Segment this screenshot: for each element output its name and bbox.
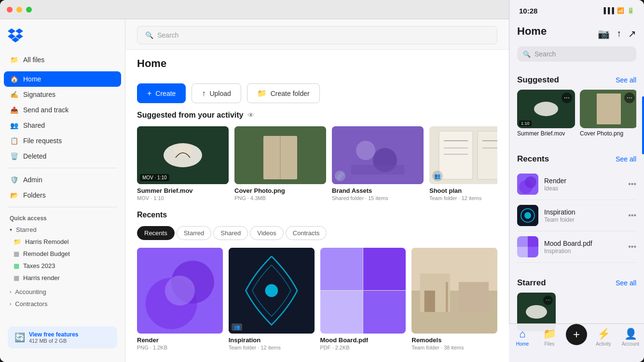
mobile-time: 10:28 <box>519 7 537 15</box>
tab-videos[interactable]: Videos <box>250 226 284 240</box>
suggested-item-cover-photo[interactable]: Cover Photo.png PNG · 4.3MB <box>234 126 326 201</box>
mobile-more-icon-2[interactable]: ⋯ <box>624 93 635 103</box>
sidebar-divider <box>8 168 117 168</box>
starred-item-harris-render[interactable]: ▦ Harris render <box>4 272 121 284</box>
mobile-header-actions: 📷 ↑ ↗ <box>598 28 636 40</box>
mobile-suggested-see-all[interactable]: See all <box>616 76 636 84</box>
suggested-item-shoot-plan[interactable]: 👥 Shoot plan Team folder · 12 items <box>429 126 497 201</box>
sidebar-item-signatures[interactable]: ✍️ Signatures <box>4 87 121 102</box>
suggested-item-brand-assets[interactable]: 🔗 Brand Assets Shared folder · 15 items <box>332 126 424 201</box>
mobile-recent-render[interactable]: Render Ideas ••• <box>517 169 636 200</box>
mobile-recent-meta-2: Team folder <box>544 216 622 223</box>
dropbox-logo <box>0 27 125 52</box>
mobile-starred-see-all[interactable]: See all <box>616 279 636 287</box>
mobile-tab-activity[interactable]: ⚡ Activity <box>590 328 617 347</box>
quick-access-title: Quick access <box>0 211 125 224</box>
svg-point-43 <box>525 176 536 188</box>
sidebar-item-folders[interactable]: 📂 Folders <box>4 188 121 203</box>
home-tab-icon: ⌂ <box>519 328 525 340</box>
sidebar-item-all-files[interactable]: 📁 All files <box>4 52 121 67</box>
free-features-card[interactable]: 🔄 View free features 412 MB of 2 GB <box>8 326 117 349</box>
mobile-tab-plus[interactable]: + <box>563 328 590 345</box>
svg-point-25 <box>165 276 195 306</box>
mobile-search-bar[interactable]: 🔍 Search <box>517 46 636 62</box>
recent-item-mood-board[interactable]: Mood Board.pdf PDF · 2.2KB <box>320 248 406 350</box>
recent-item-inspiration[interactable]: 👥 Inspiration Team folder · 12 items <box>229 248 315 350</box>
maximize-button[interactable] <box>26 7 32 13</box>
mobile-sug-item-cover[interactable]: ⋯ Cover Photo.png <box>580 90 636 137</box>
search-bar[interactable]: 🔍 Search <box>137 26 497 44</box>
recent-item-render[interactable]: Render PNG · 1.2KB <box>137 248 223 350</box>
mobile-tab-files[interactable]: 📁 Files <box>536 328 563 347</box>
main-content: 🔍 Search Home + Create ↑ Uplo <box>125 19 509 362</box>
svg-rect-32 <box>425 291 435 312</box>
suggested-item-name-2: Cover Photo.png <box>234 187 326 194</box>
sidebar-item-file-requests[interactable]: 📋 File requests <box>4 133 121 148</box>
mobile-recent-more[interactable]: ••• <box>628 180 636 188</box>
inspiration-thumbnail <box>229 248 315 334</box>
tab-contracts[interactable]: Contracts <box>286 226 327 240</box>
minimize-button[interactable] <box>16 7 22 13</box>
starred-collapsible[interactable]: ▾ Starred <box>4 224 121 236</box>
sidebar-item-home[interactable]: 🏠 Home <box>4 71 121 87</box>
mobile-recent-meta-3: Inspiration <box>544 248 622 255</box>
mobile-recent-more-3[interactable]: ••• <box>628 242 636 251</box>
mobile-recents-see-all[interactable]: See all <box>616 155 636 163</box>
recents-grid: Render PNG · 1.2KB <box>137 248 497 350</box>
mobile-tab-home[interactable]: ⌂ Home <box>509 328 536 347</box>
folder-plus-icon: 📁 <box>257 89 267 98</box>
accounting-collapsible[interactable]: › Accounting <box>4 286 121 298</box>
share-icon[interactable]: ↗ <box>628 28 636 40</box>
suggested-item-meta-2: PNG · 4.3MB <box>234 195 326 201</box>
mobile-render-thumb <box>517 174 538 195</box>
contractors-collapsible[interactable]: › Contractors <box>4 298 121 310</box>
mobile-recent-mood-board[interactable]: Mood Board.pdf Inspiration ••• <box>517 231 636 263</box>
folder-green-icon: ▦ <box>14 262 19 269</box>
starred-item-remodel-budget[interactable]: ▦ Remodel Budget <box>4 248 121 260</box>
mobile-tab-account[interactable]: 👤 Account <box>617 328 644 347</box>
sidebar-item-deleted[interactable]: 🗑️ Deleted <box>4 148 121 164</box>
close-button[interactable] <box>7 7 13 13</box>
suggested-item-name: Summer Brief.mov <box>137 187 229 194</box>
mobile-search-placeholder: Search <box>534 50 556 58</box>
mobile-sug-item-summer[interactable]: 1:10 ⋯ Summer Brief.mov <box>517 90 575 137</box>
mobile-recent-inspiration[interactable]: Inspiration Team folder ••• <box>517 200 636 231</box>
suggested-title: Suggested from your activity <box>137 111 244 120</box>
wifi-icon: 📶 <box>617 7 624 14</box>
suggested-item-name-3: Brand Assets <box>332 187 424 194</box>
create-folder-button[interactable]: 📁 Create folder <box>247 83 320 103</box>
suggested-item-summer-brief[interactable]: MOV · 1:10 Summer Brief.mov MOV · 1:10 <box>137 126 229 201</box>
folder-blue-icon: 📁 <box>14 238 21 245</box>
mobile-inspiration-thumb <box>517 205 538 226</box>
eye-icon[interactable]: 👁 <box>247 111 254 119</box>
mobile-header: Home 📷 ↑ ↗ 🔍 Search <box>509 21 644 67</box>
starred-item-more[interactable]: ⋯ <box>543 295 553 305</box>
plus-button[interactable]: + <box>566 324 587 345</box>
upload-button[interactable]: ↑ Upload <box>192 83 241 103</box>
video-duration-badge: MOV · 1:10 <box>140 174 169 181</box>
tab-starred[interactable]: Starred <box>177 226 212 240</box>
sidebar-item-shared[interactable]: 👥 Shared <box>4 118 121 133</box>
tab-recents[interactable]: Recents <box>137 226 175 240</box>
mobile-content: Suggested See all 1:10 ⋯ <box>509 67 644 362</box>
sidebar-item-admin[interactable]: 🛡️ Admin <box>4 172 121 188</box>
team-folder-icon: 👥 <box>432 171 443 181</box>
sidebar-item-send-track[interactable]: 📤 Send and track <box>4 102 121 118</box>
create-button[interactable]: + Create <box>137 83 186 103</box>
recent-item-meta-4: Team folder · 38 items <box>411 345 497 350</box>
svg-point-48 <box>526 305 547 319</box>
recent-item-remodels[interactable]: Remodels Team folder · 38 items <box>411 248 497 350</box>
mobile-sug-name-2: Cover Photo.png <box>580 130 636 137</box>
mobile-recent-more-2[interactable]: ••• <box>628 211 636 220</box>
mobile-recents-section: Recents See all <box>509 147 644 164</box>
mobile-recent-name: Render <box>544 177 622 185</box>
tab-shared[interactable]: Shared <box>213 226 248 240</box>
starred-item-taxes-2023[interactable]: ▦ Taxes 2023 <box>4 260 121 272</box>
starred-item-harris-remodel[interactable]: 📁 Harris Remodel <box>4 236 121 248</box>
accent-bar <box>642 96 644 154</box>
mobile-more-icon[interactable]: ⋯ <box>562 93 572 103</box>
camera-icon[interactable]: 📷 <box>598 28 610 40</box>
upload-mobile-icon[interactable]: ↑ <box>617 28 621 40</box>
signal-icon: ▐▐▐ <box>602 7 614 14</box>
home-tab-label: Home <box>516 341 529 347</box>
